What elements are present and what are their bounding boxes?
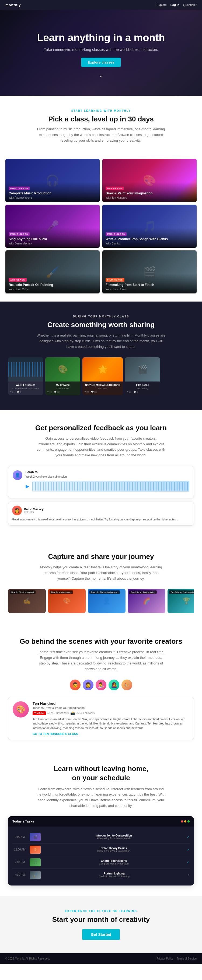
sharing-card-sub-1: Complete Music Production bbox=[10, 387, 41, 390]
class-card-overlay-1: MUSIC CLASS Complete Music Production Wi… bbox=[5, 182, 100, 202]
journey-card-2[interactable]: 🎨 Day 8 - Mixing colors bbox=[48, 589, 86, 613]
creator-avatars-row: 👨 👩 👨‍🎨 👩‍🎤 🎨 bbox=[8, 679, 194, 690]
nav-logo: monthly bbox=[5, 3, 21, 7]
featured-creator-avatar: 🎨 bbox=[13, 702, 29, 718]
schedule-ui: Today's Tasks 9:00 AM 🎬 Introduction to … bbox=[8, 816, 194, 886]
schedule-thumb-4: 🖌️ bbox=[30, 871, 41, 879]
sharing-section: DURING YOUR MONTHLY CLASS Create somethi… bbox=[0, 302, 202, 410]
journey-cards-container: ✍️ Day 1 - Starting to paint 🎨 Day 8 - M… bbox=[8, 589, 194, 613]
class-instructor-5: With Daria Callie bbox=[9, 288, 96, 291]
hero-headline: Learn anything in a month bbox=[37, 32, 165, 44]
hero-cta-button[interactable]: Explore classes bbox=[81, 57, 121, 67]
class-card-overlay-3: MUSIC CLASS Sing Anything Like A Pro Wit… bbox=[5, 228, 100, 248]
class-instructor-1: With Andrew Young bbox=[9, 196, 96, 199]
feedback-description: Gain access to personalized video feedba… bbox=[37, 436, 165, 458]
schedule-row-2[interactable]: 11:00 AM 🎨 Color Theory Basics Draw & Pa… bbox=[13, 843, 189, 856]
sharing-card-1[interactable]: Week 1 Progress Complete Music Productio… bbox=[8, 357, 43, 395]
schedule-check-2: ✓ bbox=[187, 848, 189, 851]
sharing-likes-1: ♥ 24 bbox=[10, 391, 14, 393]
sharing-card-title-1: Week 1 Progress bbox=[10, 383, 41, 387]
sharing-tag: DURING YOUR MONTHLY CLASS bbox=[8, 315, 194, 318]
class-card-pop-songs[interactable]: 🎵 MUSIC CLASS Write & Produce Pop Songs … bbox=[102, 205, 197, 248]
class-instructor-6: With Sean Hunter bbox=[106, 288, 193, 291]
class-badge-2: ART CLASS bbox=[106, 186, 124, 190]
sharing-card-sub-4: Filmmaking bbox=[127, 387, 158, 390]
creator-subscribers: 512K Subscribers bbox=[48, 711, 69, 714]
class-card-overlay-6: FILM CLASS Filmmaking from Start to Fini… bbox=[102, 274, 197, 294]
sharing-comments-4: 💬 9 bbox=[134, 391, 138, 393]
class-instructor-4: With Blanks bbox=[106, 242, 193, 245]
nav-login[interactable]: Log In bbox=[170, 3, 180, 6]
sharing-card-sub-2: Draw & Paint bbox=[48, 387, 78, 390]
class-instructor-3: With Danie Mackey bbox=[9, 242, 96, 245]
journey-label-2: Day 8 - Mixing colors bbox=[49, 590, 73, 594]
journey-card-3[interactable]: 👤 Day 16 - The main character bbox=[88, 589, 126, 613]
sharing-card-title-2: My Drawing bbox=[48, 383, 78, 387]
footer-links: Privacy Policy Terms of Service bbox=[156, 957, 197, 960]
journey-card-5[interactable]: 🏆 Day 30 - My final painting bbox=[167, 589, 194, 613]
class-card-draw-paint[interactable]: 🎨 ART CLASS Draw & Paint Your Imaginatio… bbox=[102, 159, 197, 202]
sharing-card-info-4: Film Scene Filmmaking ♥ 31 💬 9 bbox=[125, 382, 160, 395]
sharing-card-3[interactable]: 🌟 NATALIE MICHAELS DESIGNS Art Class ♥ 8… bbox=[83, 357, 123, 395]
schedule-time-4: 4:30 PM bbox=[13, 873, 27, 877]
sharing-card-4[interactable]: 🎬 Film Scene Filmmaking ♥ 31 💬 9 bbox=[125, 357, 160, 395]
footer: © 2023 Monthly. All Rights Reserved. Pri… bbox=[0, 953, 202, 964]
schedule-body: 9:00 AM 🎬 Introduction to Composition Fi… bbox=[8, 827, 194, 886]
schedule-info-2: Color Theory Basics Draw & Paint Your Im… bbox=[43, 847, 184, 853]
sharing-comments-3: 💬 23 bbox=[91, 391, 97, 393]
journey-card-4[interactable]: 🌈 Day 23 - My final painting bbox=[128, 589, 165, 613]
schedule-time-1: 9:00 AM bbox=[13, 835, 27, 838]
schedule-row-4[interactable]: 4:30 PM 🖌️ Portrait Lighting Realistic P… bbox=[13, 869, 189, 881]
class-card-portrait[interactable]: 🖌️ ART CLASS Realistic Portrait Oil Pain… bbox=[5, 250, 100, 293]
class-title-1: Complete Music Production bbox=[9, 191, 96, 196]
dot-close bbox=[181, 820, 183, 822]
class-title-3: Sing Anything Like A Pro bbox=[9, 237, 96, 242]
hero-section: Learn anything in a month Take immersive… bbox=[0, 10, 202, 96]
creator-avatar-4[interactable]: 👩‍🎤 bbox=[108, 679, 119, 690]
class-card-music-prod[interactable]: 🎧 MUSIC CLASS Complete Music Production … bbox=[5, 159, 100, 202]
journey-card-1[interactable]: ✍️ Day 1 - Starting to paint bbox=[8, 589, 46, 613]
creator-avatar-5[interactable]: 🎨 bbox=[121, 679, 132, 690]
schedule-info-4: Portrait Lighting Realistic Portrait Oil… bbox=[43, 872, 185, 878]
sharing-comments-2: 💬 12 bbox=[54, 391, 59, 393]
journey-label-4: Day 23 - My final painting bbox=[129, 590, 157, 594]
cta-section: EXPERIENCE THE FUTURE OF LEARNING Start … bbox=[0, 896, 202, 953]
footer-privacy[interactable]: Privacy Policy bbox=[156, 957, 173, 960]
behind-heading: Go behind the scenes with your favorite … bbox=[8, 637, 194, 646]
creator-avatar-1[interactable]: 👨 bbox=[70, 679, 81, 690]
schedule-check-4: ○ bbox=[188, 873, 189, 877]
schedule-row-1[interactable]: 9:00 AM 🎬 Introduction to Composition Fi… bbox=[13, 831, 189, 843]
schedule-lesson-4: Portrait Lighting bbox=[43, 872, 185, 875]
footer-copyright: © 2023 Monthly. All Rights Reserved. bbox=[5, 957, 50, 960]
cta-button[interactable]: Get Started bbox=[82, 929, 119, 940]
schedule-heading: Learn without leaving home,on your sched… bbox=[8, 764, 194, 783]
feedback-instructor-name: Danie Mackey bbox=[24, 508, 44, 511]
play-icon[interactable]: ▶ bbox=[25, 483, 29, 489]
schedule-lesson-3: Chord Progressions bbox=[43, 859, 184, 862]
audio-waveform bbox=[32, 481, 189, 492]
sharing-card-info-1: Week 1 Progress Complete Music Productio… bbox=[8, 382, 43, 395]
creator-class-link[interactable]: GO TO TEN HUNDRED'S CLASS bbox=[33, 732, 189, 735]
creator-class: Teaches Draw & Paint Your Imagination bbox=[33, 706, 189, 710]
class-card-filmmaking[interactable]: 🎬 FILM CLASS Filmmaking from Start to Fi… bbox=[102, 250, 197, 293]
nav-question[interactable]: Question? bbox=[183, 3, 197, 6]
capture-description: Monthly helps you create a 'reel' that t… bbox=[37, 565, 165, 581]
feedback-instructor-text: Great improvement this week! Your breath… bbox=[12, 517, 190, 522]
navbar: monthly Explore Log In Question? bbox=[0, 0, 202, 10]
class-title-5: Realistic Portrait Oil Painting bbox=[9, 283, 96, 287]
sharing-card-2[interactable]: 🎨 My Drawing Draw & Paint ♥ 45 💬 12 bbox=[45, 357, 80, 395]
class-card-overlay-4: MUSIC CLASS Write & Produce Pop Songs Wi… bbox=[102, 228, 197, 248]
sharing-description: Whether it is a realistic painting, orig… bbox=[37, 333, 165, 350]
journey-label-3: Day 16 - The main character bbox=[89, 590, 120, 594]
creator-card-featured: 🎨 Ten Hundred Teaches Draw & Paint Your … bbox=[8, 697, 194, 740]
creator-avatar-3[interactable]: 👨‍🎨 bbox=[95, 679, 107, 690]
footer-terms[interactable]: Terms of Service bbox=[177, 957, 197, 960]
nav-explore[interactable]: Explore bbox=[157, 3, 167, 6]
creator-avatar-2[interactable]: 👩 bbox=[83, 679, 94, 690]
journey-label-1: Day 1 - Starting to paint bbox=[10, 590, 35, 594]
class-card-sing[interactable]: 🎤 MUSIC CLASS Sing Anything Like A Pro W… bbox=[5, 205, 100, 248]
creator-name: Ten Hundred bbox=[33, 702, 189, 706]
schedule-row-3[interactable]: 2:00 PM 🎵 Chord Progressions Complete Mu… bbox=[13, 856, 189, 869]
schedule-section: Learn without leaving home,on your sched… bbox=[0, 751, 202, 896]
class-instructor-2: With Ten Hundred bbox=[106, 196, 193, 199]
